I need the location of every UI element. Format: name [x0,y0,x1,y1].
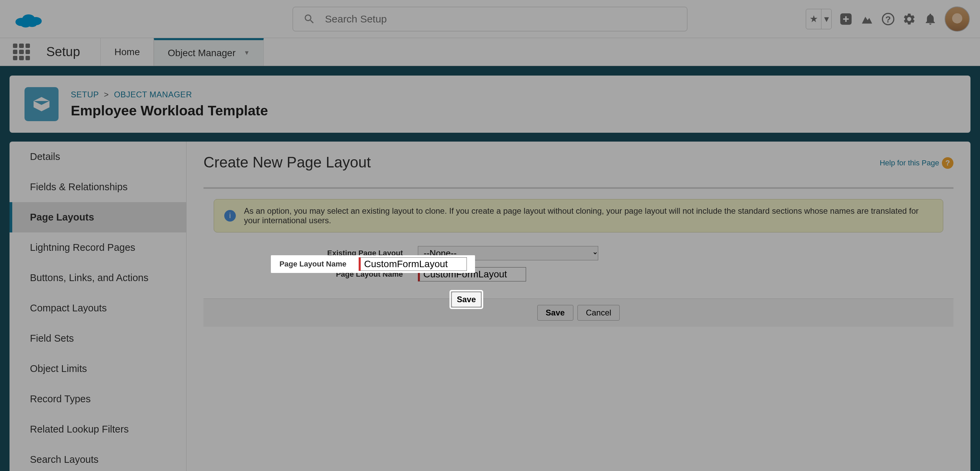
favorite-star-button[interactable]: ★ [806,9,821,29]
search-input[interactable] [325,13,677,25]
form-section: i As an option, you may select an existi… [204,187,953,327]
help-icon[interactable]: ? [881,12,895,26]
setup-app-name: Setup [46,45,80,59]
info-icon: i [224,210,236,221]
main-content: Create New Page Layout Help for this Pag… [186,142,970,471]
sidenav-search-layouts[interactable]: Search Layouts [10,444,186,471]
favorite-group: ★ ▾ [806,9,832,29]
layout-name-input[interactable] [418,267,526,282]
breadcrumb-setup[interactable]: SETUP [71,90,99,99]
save-button[interactable]: Save [537,305,573,321]
sidenav-compact-layouts[interactable]: Compact Layouts [10,293,186,323]
breadcrumb-separator: > [104,90,109,99]
tab-object-manager[interactable]: Object Manager ▼ [154,38,264,66]
global-header: ★ ▾ ? [0,0,980,38]
favorite-dropdown-button[interactable]: ▾ [821,9,831,29]
info-text: As an option, you may select an existing… [244,206,933,225]
sidenav-lightning-pages[interactable]: Lightning Record Pages [10,232,186,263]
sidenav-fields[interactable]: Fields & Relationships [10,172,186,202]
content-title: Create New Page Layout [204,154,371,171]
side-nav: Details Fields & Relationships Page Layo… [10,142,186,471]
page-header: SETUP > OBJECT MANAGER Employee Workload… [10,76,970,133]
breadcrumb: SETUP > OBJECT MANAGER [71,90,268,99]
object-title: Employee Workload Template [71,103,268,119]
info-banner: i As an option, you may select an existi… [214,199,943,232]
tab-home[interactable]: Home [100,38,154,66]
main-panel: Details Fields & Relationships Page Layo… [10,142,970,471]
help-link[interactable]: Help for this Page [880,159,939,167]
sidenav-record-types[interactable]: Record Types [10,384,186,414]
svg-point-4 [27,20,37,27]
notification-bell-icon[interactable] [924,12,937,26]
nav-bar: Setup Home Object Manager ▼ [0,38,980,66]
existing-layout-label: Existing Page Layout [272,249,418,258]
header-actions: ★ ▾ ? [806,6,970,32]
search-icon [303,13,315,25]
add-icon[interactable] [839,12,853,26]
breadcrumb-object-manager[interactable]: OBJECT MANAGER [114,90,192,99]
form-row-name: Page Layout Name [204,264,953,285]
sidenav-buttons-links[interactable]: Buttons, Links, and Actions [10,263,186,293]
search-setup-box[interactable] [293,7,687,31]
sidenav-object-limits[interactable]: Object Limits [10,353,186,384]
help-circle-icon[interactable]: ? [942,157,953,169]
sidenav-page-layouts[interactable]: Page Layouts [10,202,186,232]
chevron-down-icon: ▼ [243,49,250,56]
content-wrap: SETUP > OBJECT MANAGER Employee Workload… [0,66,980,471]
existing-layout-select[interactable]: --None-- [418,246,598,260]
app-launcher-icon[interactable] [13,43,30,60]
sidenav-details[interactable]: Details [10,142,186,172]
svg-text:?: ? [885,14,891,24]
tab-home-label: Home [115,47,140,57]
cancel-button[interactable]: Cancel [578,305,620,321]
sidenav-lookup-filters[interactable]: Related Lookup Filters [10,414,186,444]
layout-name-label: Page Layout Name [272,270,418,279]
trailhead-icon[interactable] [860,12,874,26]
form-row-existing: Existing Page Layout --None-- [204,243,953,264]
button-row: Save Cancel [204,298,953,327]
sidenav-field-sets[interactable]: Field Sets [10,323,186,353]
user-avatar[interactable] [945,6,970,32]
salesforce-logo[interactable] [14,9,43,29]
gear-icon[interactable] [902,12,916,26]
object-icon [24,87,59,121]
tab-object-manager-label: Object Manager [168,48,235,59]
